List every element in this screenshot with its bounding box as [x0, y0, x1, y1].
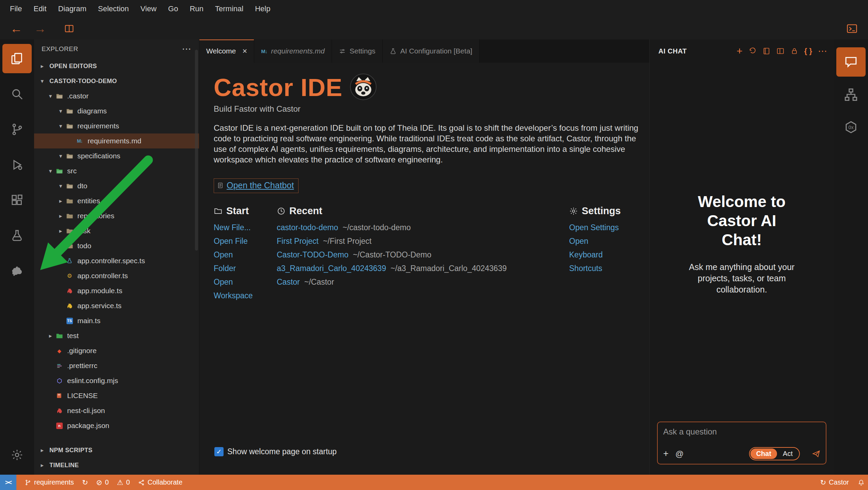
menu-item-selection[interactable]: Selection: [92, 4, 135, 13]
start-link-open-workspace[interactable]: Open Workspace: [214, 275, 255, 302]
tree-item-repositories[interactable]: ▸repositories: [34, 208, 199, 223]
workspace-root-section[interactable]: ▾ CASTOR-TODO-DEMO: [34, 74, 199, 89]
run-debug-icon[interactable]: [0, 147, 34, 183]
branch-status-item[interactable]: requirements: [25, 478, 74, 486]
folder: [65, 242, 74, 250]
recent-link[interactable]: a3_Ramadori_Carlo_40243639: [277, 264, 386, 273]
plus-icon[interactable]: +: [736, 46, 743, 56]
chat-icon-glyph: [836, 47, 866, 77]
tree-item-.gitignore[interactable]: ◆.gitignore: [34, 343, 199, 358]
recent-link[interactable]: castor-todo-demo: [277, 223, 338, 232]
npm-scripts-section[interactable]: ▸ NPM SCRIPTS: [34, 443, 199, 458]
search-icon[interactable]: [0, 76, 34, 112]
notifications-item[interactable]: [858, 479, 865, 486]
files-icon[interactable]: [0, 41, 34, 76]
lock-icon[interactable]: [790, 47, 798, 55]
recent-link[interactable]: Castor: [277, 278, 300, 286]
tree-item-test[interactable]: ▸test: [34, 328, 199, 343]
close-icon[interactable]: ×: [242, 46, 247, 56]
tree-item-requirements[interactable]: ▾requirements: [34, 118, 199, 133]
mode-act-button[interactable]: Act: [777, 448, 798, 459]
recent-link[interactable]: First Project: [277, 237, 319, 246]
more-icon[interactable]: ⋯: [818, 47, 827, 56]
plus-icon[interactable]: +: [663, 449, 669, 458]
castor-sync-item[interactable]: ↻ Castor: [820, 478, 849, 486]
explorer-title: EXPLORER: [42, 45, 78, 53]
split-editor-icon[interactable]: [64, 23, 74, 34]
source-control-icon[interactable]: [0, 112, 34, 147]
activity-bar-left: [0, 39, 34, 475]
manage-gear-icon[interactable]: [0, 437, 34, 473]
tree-item-diagrams[interactable]: ▾diagrams: [34, 104, 199, 118]
at-mention-icon[interactable]: @: [675, 450, 684, 458]
tree-item-main.ts[interactable]: TSmain.ts: [34, 313, 199, 328]
open-editors-section[interactable]: ▸ OPEN EDITORS: [34, 59, 199, 74]
tree-item-package.json[interactable]: npackage.json: [34, 418, 199, 433]
menu-item-run[interactable]: Run: [184, 4, 209, 13]
terminal-icon[interactable]: [846, 23, 858, 34]
remote-indicator[interactable]: ><: [0, 475, 16, 490]
tree-item-requirements.md[interactable]: M↓requirements.md: [34, 133, 199, 148]
tab-welcome[interactable]: Welcome×: [199, 39, 254, 63]
tree-item-src[interactable]: ▾src: [34, 163, 199, 178]
page-subtitle: Build Fastor with Castor: [214, 104, 639, 114]
tree-item-LICENSE[interactable]: LICENSE: [34, 388, 199, 403]
timeline-section[interactable]: ▸ TIMELINE: [34, 458, 199, 473]
ai-chat-input[interactable]: [663, 427, 820, 437]
collaborate-status-item[interactable]: Collaborate: [138, 478, 182, 486]
extensions-icon[interactable]: [0, 183, 34, 218]
welcome-startup-checkbox[interactable]: ✓: [214, 447, 224, 456]
tree-item-task[interactable]: ▸task: [34, 223, 199, 238]
settings-link-open-keyboard-shortcuts[interactable]: Open Keyboard Shortcuts: [569, 234, 621, 275]
tree-item-nest-cli.json[interactable]: nest-cli.json: [34, 403, 199, 418]
tree-item-app.controller.spec.ts[interactable]: app.controller.spec.ts: [34, 253, 199, 268]
page-title: Castor IDE: [214, 74, 342, 101]
warnings-status-item[interactable]: ⚠ 0: [117, 478, 130, 486]
menu-item-view[interactable]: View: [135, 4, 162, 13]
settings-link-open-settings[interactable]: Open Settings: [569, 221, 621, 234]
menu-item-file[interactable]: File: [4, 4, 28, 13]
tab-requirements-md[interactable]: M↓requirements.md: [254, 39, 332, 63]
errors-status-item[interactable]: ⊘ 0: [96, 478, 109, 486]
tree-item-app.controller.ts[interactable]: ⚙app.controller.ts: [34, 268, 199, 283]
start-link-open-file[interactable]: Open File: [214, 234, 255, 248]
send-icon[interactable]: [811, 449, 821, 459]
braces-icon[interactable]: { }: [804, 47, 812, 55]
file-tree: ▾.castor▾diagrams▾requirementsM↓requirem…: [34, 89, 199, 433]
npm-scripts-label: NPM SCRIPTS: [49, 447, 92, 454]
recent-link[interactable]: Castor-TODO-Demo: [277, 250, 348, 259]
beaver-icon[interactable]: [0, 253, 34, 289]
layout-columns-icon[interactable]: [776, 47, 785, 55]
tab-settings[interactable]: Settings: [332, 39, 383, 63]
forward-arrow-icon[interactable]: →: [34, 22, 46, 35]
open-chatbot-link[interactable]: Open the Chatbot: [214, 178, 299, 193]
tree-item-specifications[interactable]: ▾specifications: [34, 148, 199, 163]
chat-icon[interactable]: [834, 46, 868, 78]
test-beaker-icon[interactable]: [0, 218, 34, 253]
sidebar-scrollbar[interactable]: [195, 50, 198, 251]
back-arrow-icon[interactable]: ←: [10, 22, 22, 35]
diagram-flow-icon[interactable]: [834, 78, 868, 111]
start-link-open-folder[interactable]: Open Folder: [214, 248, 255, 275]
tree-item-app.service.ts[interactable]: app.service.ts: [34, 298, 199, 313]
tree-item-app.module.ts[interactable]: app.module.ts: [34, 283, 199, 298]
ai-welcome-message: Ask me anything about your projects, tas…: [684, 262, 800, 295]
menu-item-help[interactable]: Help: [249, 4, 276, 13]
tree-item-entities[interactable]: ▸entities: [34, 193, 199, 208]
start-link-new-file-[interactable]: New File...: [214, 221, 255, 234]
menu-item-terminal[interactable]: Terminal: [209, 4, 249, 13]
notebook-icon[interactable]: [762, 47, 771, 55]
sync-status-item[interactable]: ↻: [82, 479, 88, 486]
tab-ai-configuration-beta-[interactable]: AI Configuration [Beta]: [383, 39, 479, 63]
menu-item-go[interactable]: Go: [162, 4, 184, 13]
menu-item-diagram[interactable]: Diagram: [52, 4, 92, 13]
hex-code-icon[interactable]: 0x: [834, 111, 868, 144]
menu-item-edit[interactable]: Edit: [28, 4, 52, 13]
history-icon[interactable]: [748, 47, 757, 55]
tree-item-dto[interactable]: ▾dto: [34, 178, 199, 193]
mode-chat-button[interactable]: Chat: [750, 448, 777, 459]
tree-item-.castor[interactable]: ▾.castor: [34, 89, 199, 104]
tree-item-todo[interactable]: ▸todo: [34, 238, 199, 253]
tree-item-eslint.config.mjs[interactable]: eslint.config.mjs: [34, 373, 199, 388]
tree-item-.prettierrc[interactable]: .prettierrc: [34, 358, 199, 373]
